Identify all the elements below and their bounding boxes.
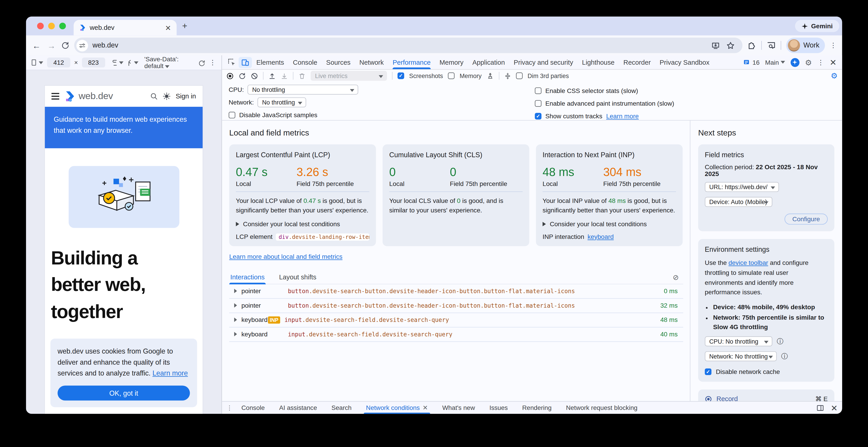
- tab-performance[interactable]: Performance: [388, 56, 435, 69]
- expand-caret-icon[interactable]: [234, 332, 237, 336]
- dock-side-icon[interactable]: [817, 404, 824, 411]
- tab-elements[interactable]: Elements: [252, 56, 288, 69]
- device-dimensions-dropdown[interactable]: [31, 59, 43, 66]
- css-selector-stats-checkbox[interactable]: [535, 87, 541, 94]
- zoom-level-dropdown[interactable]: [112, 60, 123, 66]
- delete-recording-icon[interactable]: [299, 72, 306, 79]
- device-toolbar-menu-icon[interactable]: ⋮: [209, 59, 216, 66]
- interaction-row[interactable]: keyboard INP input.devsite-search-field.…: [229, 313, 683, 327]
- viewport-width-input[interactable]: 412: [47, 58, 70, 67]
- expand-caret-icon[interactable]: [234, 303, 237, 308]
- metrics-learn-more-link[interactable]: Learn more about local and field metrics: [229, 253, 342, 260]
- tab-close-icon[interactable]: ✕: [165, 24, 171, 31]
- record-and-reload-icon[interactable]: [239, 72, 246, 79]
- expand-caret-icon[interactable]: [234, 318, 237, 322]
- tab-privacy-sandbox[interactable]: Privacy Sandbox: [655, 56, 714, 69]
- field-url-select[interactable]: URL: https://web.dev/: [705, 182, 779, 192]
- install-app-icon[interactable]: [712, 41, 720, 49]
- cpu-throttling-select[interactable]: No throttling: [248, 84, 359, 95]
- tab-layout-shifts[interactable]: Layout shifts: [278, 271, 318, 283]
- theme-toggle-icon[interactable]: [163, 92, 171, 100]
- devtools-settings-icon[interactable]: ⚙: [805, 58, 812, 66]
- bookmark-star-icon[interactable]: [726, 41, 735, 49]
- issues-counter[interactable]: 16: [744, 59, 760, 65]
- devtools-close-icon[interactable]: ✕: [830, 58, 837, 67]
- device-throttling-dropdown[interactable]: [127, 60, 138, 66]
- browser-menu-icon[interactable]: ⋮: [830, 41, 837, 49]
- inp-test-conditions-disclosure[interactable]: Consider your local test conditions: [543, 220, 676, 227]
- drawer-tab-ai-assistance[interactable]: AI assistance: [277, 402, 319, 414]
- context-selector[interactable]: Main: [765, 59, 785, 65]
- reload-button[interactable]: [61, 41, 69, 49]
- inp-interaction-link[interactable]: keyboard: [588, 233, 614, 240]
- tab-privacy-security[interactable]: Privacy and security: [509, 56, 578, 69]
- close-drawer-tab-icon[interactable]: ✕: [423, 404, 428, 411]
- custom-tracks-learn-more-link[interactable]: Learn more: [606, 113, 639, 119]
- field-device-select[interactable]: Device: Auto (Mobile): [705, 197, 772, 207]
- save-profile-icon[interactable]: [281, 72, 288, 79]
- close-drawer-icon[interactable]: ✕: [831, 404, 838, 412]
- devtools-menu-icon[interactable]: ⋮: [817, 58, 824, 66]
- site-search-icon[interactable]: [150, 92, 158, 100]
- paint-instrumentation-checkbox[interactable]: [535, 100, 541, 106]
- tab-recorder[interactable]: Recorder: [619, 56, 655, 69]
- profile-button[interactable]: Work: [786, 38, 825, 53]
- back-button[interactable]: ←: [31, 41, 41, 50]
- collapse-sections-icon[interactable]: [504, 72, 511, 79]
- new-tab-button[interactable]: +: [182, 21, 187, 31]
- drawer-tab-search[interactable]: Search: [329, 402, 354, 414]
- device-toolbar-link[interactable]: device toolbar: [728, 260, 768, 266]
- env-cpu-select[interactable]: CPU: No throttling: [705, 337, 772, 347]
- drawer-tab-network-conditions[interactable]: Network conditions✕: [364, 402, 430, 414]
- extensions-icon[interactable]: [748, 41, 756, 50]
- clear-interactions-icon[interactable]: ⊘: [673, 273, 683, 281]
- viewport-height-input[interactable]: 823: [82, 58, 105, 67]
- sign-in-button[interactable]: Sign in: [176, 92, 196, 100]
- search-tabs-icon[interactable]: [767, 41, 776, 50]
- network-throttling-select[interactable]: No throttling: [258, 97, 306, 107]
- browser-tab[interactable]: web.dev ✕: [73, 20, 177, 35]
- tab-lighthouse[interactable]: Lighthouse: [578, 56, 619, 69]
- drawer-tab-issues[interactable]: Issues: [487, 402, 510, 414]
- gemini-button[interactable]: Gemini: [795, 20, 839, 32]
- save-data-dropdown[interactable]: 'Save-Data': default: [145, 56, 193, 69]
- tab-network[interactable]: Network: [355, 56, 388, 69]
- garbage-collect-icon[interactable]: [487, 72, 494, 79]
- screenshots-checkbox[interactable]: [398, 72, 404, 79]
- inspect-element-icon[interactable]: [225, 57, 239, 68]
- zoom-window-button[interactable]: [59, 23, 66, 29]
- drawer-tab-rendering[interactable]: Rendering: [520, 402, 554, 414]
- rotate-viewport-icon[interactable]: [198, 59, 205, 66]
- drawer-tab-console[interactable]: Console: [239, 402, 267, 414]
- minimize-window-button[interactable]: [48, 23, 55, 29]
- record-button[interactable]: Record ⌘ E: [698, 389, 835, 401]
- interaction-row[interactable]: pointer button.devsite-search-button.dev…: [229, 298, 683, 313]
- interaction-row[interactable]: pointer button.devsite-search-button.dev…: [229, 284, 683, 299]
- capture-settings-icon[interactable]: ⚙: [831, 71, 838, 80]
- load-profile-icon[interactable]: [269, 72, 276, 79]
- tab-application[interactable]: Application: [468, 56, 509, 69]
- address-bar[interactable]: web.dev: [74, 38, 743, 53]
- site-settings-icon[interactable]: [76, 40, 88, 51]
- expand-caret-icon[interactable]: [234, 289, 237, 294]
- lcp-test-conditions-disclosure[interactable]: Consider your local test conditions: [236, 220, 369, 227]
- configure-button[interactable]: Configure: [785, 213, 828, 225]
- drawer-menu-icon[interactable]: ⋮: [226, 404, 232, 411]
- ai-assistance-icon[interactable]: [790, 58, 799, 67]
- tab-memory[interactable]: Memory: [435, 56, 468, 69]
- close-window-button[interactable]: [37, 23, 44, 29]
- site-logo[interactable]: web.dev: [64, 91, 145, 102]
- disable-js-samples-checkbox[interactable]: [229, 112, 235, 118]
- record-icon[interactable]: [226, 72, 234, 79]
- custom-tracks-checkbox[interactable]: [535, 113, 541, 119]
- disable-network-cache-checkbox[interactable]: [705, 369, 711, 375]
- toggle-device-toolbar-icon[interactable]: [239, 57, 252, 68]
- forward-button[interactable]: →: [46, 41, 56, 50]
- lcp-element-chip[interactable]: div.devsite-landing-row-item-d…: [276, 233, 370, 240]
- clear-icon[interactable]: [251, 72, 258, 79]
- drawer-tab-network-request-blocking[interactable]: Network request blocking: [564, 402, 640, 414]
- cpu-info-icon[interactable]: ⓘ: [777, 337, 783, 346]
- tab-sources[interactable]: Sources: [322, 56, 355, 69]
- interaction-row[interactable]: keyboard input.devsite-search-field.devs…: [229, 327, 683, 342]
- dim-3rd-parties-checkbox[interactable]: [516, 72, 523, 79]
